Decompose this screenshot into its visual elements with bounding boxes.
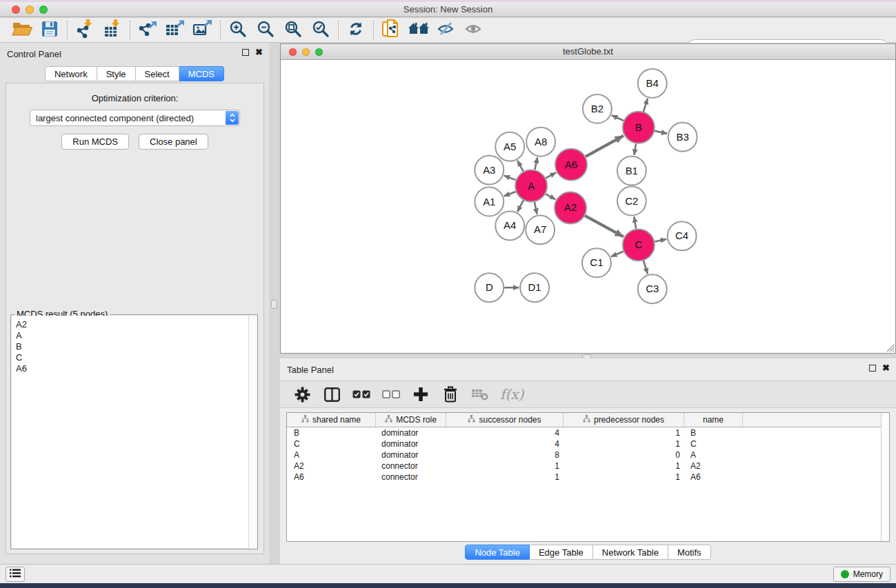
mcds-result-item-a[interactable]: A	[12, 330, 257, 341]
export-image-button[interactable]	[189, 19, 217, 41]
graph-node-C4[interactable]: C4	[668, 221, 697, 250]
task-history-button[interactable]	[6, 567, 25, 582]
open-session-button[interactable]	[8, 19, 36, 41]
cell[interactable]: 1	[446, 472, 564, 482]
cell[interactable]: C	[287, 439, 376, 449]
graph-edge-A-A5[interactable]	[517, 161, 524, 172]
run-mcds-button[interactable]: Run MCDS	[61, 134, 129, 150]
split-grip[interactable]	[271, 300, 277, 309]
cell[interactable]: A6	[684, 472, 743, 482]
cell[interactable]: connector	[376, 461, 446, 471]
minimize-window-button[interactable]	[26, 6, 34, 14]
show-column-button[interactable]	[322, 385, 341, 404]
criterion-dropdown[interactable]: largest connected component (directed)	[30, 110, 240, 126]
add-row-button[interactable]	[411, 385, 430, 404]
graph-node-B2[interactable]: B2	[583, 94, 612, 123]
graph-node-C[interactable]: C	[623, 229, 655, 261]
select-all-button[interactable]	[352, 385, 371, 404]
graph-node-A4[interactable]: A4	[495, 211, 524, 240]
table-scrollbar[interactable]	[881, 413, 889, 541]
vertical-split-divider[interactable]	[269, 43, 280, 564]
graph-node-B[interactable]: B	[623, 112, 655, 143]
graph-node-A5[interactable]: A5	[495, 132, 524, 161]
window-titlebar[interactable]: Session: New Session	[0, 2, 896, 17]
cell[interactable]: 1	[446, 461, 564, 471]
graph-node-B1[interactable]: B1	[617, 156, 646, 185]
refresh-layout-button[interactable]	[342, 19, 370, 41]
graph-edge-A-A1[interactable]	[504, 192, 516, 196]
column-header-name[interactable]: name	[684, 413, 743, 427]
cell[interactable]: B	[287, 428, 376, 438]
column-header-successor-nodes[interactable]: successor nodes	[446, 413, 564, 427]
graph-edge-C-C2[interactable]	[634, 216, 636, 229]
float-panel-icon[interactable]	[869, 365, 876, 372]
graph-node-A[interactable]: A	[515, 170, 547, 202]
graph-node-B4[interactable]: B4	[638, 69, 667, 98]
graph-node-A8[interactable]: A8	[526, 128, 555, 156]
export-table-button[interactable]	[161, 19, 189, 41]
column-header-shared-name[interactable]: shared name	[287, 413, 376, 427]
mcds-result-item-c[interactable]: C	[12, 352, 257, 363]
graph-edge-C-C3[interactable]	[644, 261, 648, 274]
tab-style[interactable]: Style	[97, 66, 136, 81]
graph-edge-B-B4[interactable]	[644, 99, 648, 112]
table-tab-edge-table[interactable]: Edge Table	[530, 545, 593, 560]
import-network-button[interactable]	[71, 19, 99, 41]
zoom-selected-button[interactable]	[307, 19, 335, 41]
cell[interactable]: A	[287, 450, 376, 460]
cell[interactable]: A2	[287, 461, 376, 471]
zoom-window-button[interactable]	[39, 6, 48, 14]
close-panel-icon[interactable]: ✖	[255, 49, 263, 56]
graph-edge-C-C1[interactable]	[611, 252, 624, 257]
close-panel-button[interactable]: Close panel	[139, 134, 208, 150]
function-builder-button[interactable]: f(x)	[500, 386, 524, 403]
cell[interactable]: 4	[446, 439, 564, 449]
network-window-titlebar[interactable]: testGlobe.txt	[281, 44, 895, 60]
graph-edge-B-B3[interactable]	[655, 131, 667, 134]
graph-node-D[interactable]: D	[475, 273, 504, 302]
close-panel-icon[interactable]: ✖	[882, 365, 890, 372]
table-row[interactable]: A2connector11A2	[287, 460, 889, 472]
table-options-button[interactable]	[292, 385, 312, 404]
cell[interactable]: 8	[446, 450, 564, 460]
delete-row-button[interactable]	[441, 385, 460, 404]
save-session-button[interactable]	[36, 19, 63, 41]
cell[interactable]: 1	[564, 461, 684, 471]
table-row[interactable]: A6connector11A6	[287, 472, 889, 483]
table-row[interactable]: Cdominator41C	[287, 438, 889, 449]
export-network-button[interactable]	[134, 19, 161, 41]
graph-node-C1[interactable]: C1	[582, 248, 611, 277]
hide-graphics-details-button[interactable]	[432, 19, 460, 41]
cell[interactable]: B	[684, 428, 743, 438]
network-close-button[interactable]	[289, 48, 297, 56]
show-graphics-details-button[interactable]	[460, 19, 488, 41]
table-tab-node-table[interactable]: Node Table	[465, 545, 530, 560]
tab-network[interactable]: Network	[45, 66, 97, 81]
close-window-button[interactable]	[12, 6, 20, 14]
graph-node-A1[interactable]: A1	[475, 187, 504, 216]
zoom-fit-content-button[interactable]	[279, 19, 307, 41]
graph-edge-B-B1[interactable]	[634, 143, 636, 155]
graph-edge-B-B2[interactable]	[612, 115, 624, 121]
node-table[interactable]: shared nameMCDS rolesuccessor nodesprede…	[286, 412, 890, 542]
cell[interactable]: connector	[376, 472, 446, 482]
import-table-button[interactable]	[99, 19, 126, 41]
tab-select[interactable]: Select	[136, 66, 179, 81]
cell[interactable]: 1	[564, 472, 684, 482]
cell[interactable]: C	[684, 439, 743, 449]
graph-node-B3[interactable]: B3	[668, 123, 697, 152]
table-tab-network-table[interactable]: Network Table	[593, 545, 668, 560]
network-canvas[interactable]: AA1A2A3A4A5A6A7A8BB1B2B3B4CC1C2C3C4DD1	[281, 61, 895, 353]
zoom-in-button[interactable]	[224, 19, 252, 41]
graph-node-C2[interactable]: C2	[617, 187, 646, 216]
mcds-result-item-a6[interactable]: A6	[12, 363, 257, 374]
result-list-scrollbar[interactable]	[248, 315, 257, 549]
graph-node-D1[interactable]: D1	[520, 273, 549, 302]
cell[interactable]: 0	[564, 450, 684, 460]
deselect-all-button[interactable]	[381, 385, 401, 404]
window-resize-grip[interactable]	[884, 342, 895, 352]
graph-node-A6[interactable]: A6	[555, 149, 587, 181]
graph-node-A7[interactable]: A7	[526, 215, 555, 244]
network-zoom-button[interactable]	[315, 48, 323, 56]
graph-edge-A-A4[interactable]	[517, 201, 524, 212]
